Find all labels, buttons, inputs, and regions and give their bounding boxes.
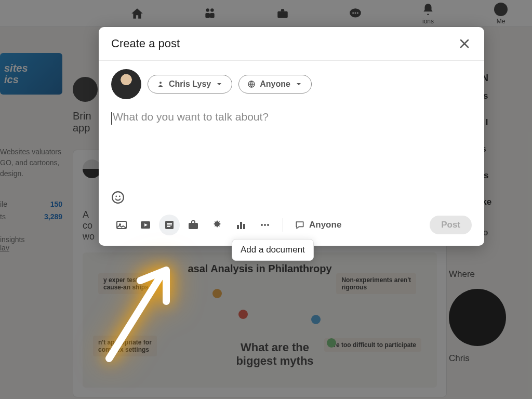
emoji-button[interactable] [111, 191, 125, 204]
svg-point-14 [119, 195, 121, 197]
close-button[interactable] [457, 36, 472, 51]
svg-rect-24 [240, 222, 242, 229]
person-icon [156, 80, 165, 88]
visibility-selector[interactable]: Anyone [238, 75, 312, 94]
more-icon [259, 219, 271, 231]
placeholder: What do you want to talk about? [113, 111, 269, 123]
photo-icon [115, 219, 128, 231]
celebrate-button[interactable] [207, 215, 228, 235]
close-icon [458, 37, 471, 50]
post-button[interactable]: Post [430, 216, 472, 234]
svg-point-28 [267, 224, 269, 226]
visibility-label: Anyone [260, 79, 290, 89]
add-video-button[interactable] [135, 215, 156, 235]
add-document-button[interactable] [159, 215, 180, 235]
svg-rect-21 [167, 226, 170, 227]
globe-icon [247, 80, 256, 88]
author-avatar [111, 69, 141, 99]
svg-rect-19 [167, 223, 172, 224]
comment-icon [295, 220, 305, 230]
author-selector[interactable]: Chris Lysy [148, 75, 232, 94]
svg-point-10 [159, 82, 162, 84]
svg-point-13 [115, 195, 117, 197]
emoji-icon [111, 191, 125, 204]
poll-icon [235, 219, 247, 231]
svg-rect-25 [243, 224, 245, 229]
add-job-button[interactable] [183, 215, 204, 235]
add-photo-button[interactable] [111, 215, 132, 235]
tooltip: Add a document [232, 239, 314, 261]
svg-point-26 [261, 224, 263, 226]
more-button[interactable] [255, 215, 275, 235]
chevron-down-icon [295, 80, 303, 88]
modal-title: Create a post [111, 37, 180, 50]
celebrate-icon [211, 219, 223, 231]
svg-rect-22 [189, 223, 198, 229]
svg-point-27 [264, 224, 266, 226]
divider [283, 218, 283, 232]
document-icon [163, 219, 176, 231]
svg-rect-20 [167, 224, 172, 225]
add-poll-button[interactable] [231, 215, 251, 235]
post-textarea[interactable]: What do you want to talk about? [111, 111, 472, 189]
create-post-modal: Create a post Chris Lysy Anyone What do … [99, 27, 484, 246]
svg-point-12 [112, 192, 124, 203]
author-name: Chris Lysy [169, 79, 211, 89]
job-icon [187, 219, 200, 231]
svg-rect-23 [237, 225, 239, 229]
video-icon [139, 219, 152, 231]
comment-visibility-button[interactable]: Anyone [290, 218, 345, 232]
chevron-down-icon [215, 80, 223, 88]
